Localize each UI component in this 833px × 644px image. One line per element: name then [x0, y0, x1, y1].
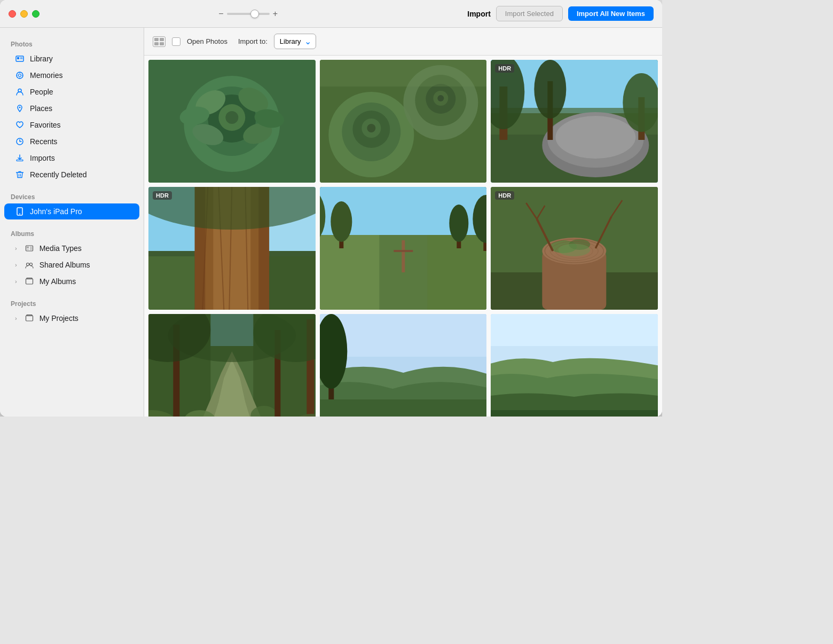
library-select-text: Library	[280, 37, 301, 45]
expand-projects-icon: ›	[15, 315, 17, 321]
open-photos-checkbox[interactable]	[172, 37, 180, 46]
svg-rect-21	[27, 247, 29, 249]
grid-cell	[160, 38, 164, 41]
svg-rect-79	[269, 256, 315, 310]
svg-point-35	[225, 111, 238, 124]
recents-label: Recents	[30, 137, 57, 146]
svg-rect-1	[17, 57, 19, 59]
recents-icon	[15, 137, 25, 146]
photo-item[interactable]	[148, 314, 316, 417]
sidebar-item-media-types[interactable]: › Media Types	[4, 240, 139, 256]
sidebar: Photos Library	[0, 28, 144, 417]
photo-svg	[320, 60, 487, 183]
sidebar-item-imports[interactable]: Imports	[4, 150, 139, 166]
maximize-button[interactable]	[32, 10, 40, 18]
photos-section-label: Photos	[0, 36, 144, 50]
svg-point-102	[559, 244, 591, 256]
favorites-label: Favorites	[30, 121, 61, 129]
sidebar-item-recents[interactable]: Recents	[4, 133, 139, 150]
device-label: John's iPad Pro	[30, 207, 82, 216]
svg-rect-134	[491, 314, 658, 346]
main-area: Photos Library	[0, 28, 662, 417]
photo-svg	[148, 187, 316, 310]
svg-rect-13	[17, 160, 23, 161]
my-projects-icon	[25, 313, 34, 323]
svg-point-11	[19, 107, 21, 108]
library-icon	[15, 54, 25, 64]
photo-item[interactable]	[320, 314, 487, 417]
media-types-label: Media Types	[40, 244, 82, 253]
zoom-plus-button[interactable]: +	[273, 10, 278, 18]
people-icon	[15, 87, 25, 97]
devices-section-label: Devices	[0, 189, 144, 203]
svg-point-59	[556, 116, 636, 159]
favorites-icon	[15, 120, 25, 130]
svg-rect-94	[394, 250, 413, 252]
places-label: Places	[30, 104, 52, 113]
imports-label: Imports	[30, 154, 55, 162]
content-toolbar: Open Photos Import to: Library ⌄	[144, 28, 662, 56]
svg-rect-131	[320, 399, 487, 417]
memories-icon	[15, 70, 25, 80]
sidebar-item-library[interactable]: Library	[4, 51, 139, 67]
sidebar-item-favorites[interactable]: Favorites	[4, 117, 139, 133]
photo-svg	[148, 60, 316, 183]
my-projects-label: My Projects	[40, 314, 78, 323]
minimize-button[interactable]	[20, 10, 28, 18]
svg-point-90	[331, 201, 352, 242]
sidebar-item-people[interactable]: People	[4, 84, 139, 100]
sidebar-item-my-albums[interactable]: › My Albums	[4, 273, 139, 289]
import-all-button[interactable]: Import All New Items	[568, 6, 654, 21]
sidebar-item-shared-albums[interactable]: › Shared Albums	[4, 257, 139, 273]
sidebar-item-places[interactable]: Places	[4, 100, 139, 116]
places-icon	[15, 104, 25, 113]
zoom-controls: − +	[218, 10, 278, 18]
svg-point-19	[19, 214, 20, 215]
photo-item[interactable]	[491, 314, 658, 417]
svg-rect-23	[30, 247, 32, 250]
photo-item[interactable]: HDR	[491, 60, 658, 183]
recently-deleted-label: Recently Deleted	[30, 170, 87, 179]
titlebar: − + Import Import Selected Import All Ne…	[0, 0, 662, 28]
hdr-badge: HDR	[495, 191, 514, 200]
svg-rect-22	[27, 249, 29, 250]
media-types-icon	[25, 244, 34, 253]
chevron-down-icon: ⌄	[304, 36, 311, 46]
zoom-minus-button[interactable]: −	[218, 10, 223, 18]
sidebar-item-recently-deleted[interactable]: Recently Deleted	[4, 167, 139, 183]
photo-item[interactable]: HDR	[148, 187, 316, 310]
traffic-lights	[9, 10, 40, 18]
svg-rect-135	[491, 410, 658, 417]
shared-albums-icon	[25, 260, 34, 270]
sidebar-item-ipad[interactable]: John's iPad Pro	[4, 203, 139, 219]
imports-icon	[15, 153, 25, 163]
svg-point-47	[367, 124, 375, 132]
hdr-badge: HDR	[153, 191, 172, 200]
grid-cell	[160, 42, 164, 45]
import-selected-button[interactable]: Import Selected	[496, 6, 563, 21]
grid-view-button[interactable]	[153, 36, 166, 47]
sidebar-item-memories[interactable]: Memories	[4, 67, 139, 83]
svg-point-52	[437, 95, 444, 101]
shared-albums-label: Shared Albums	[40, 261, 90, 269]
zoom-thumb	[250, 10, 259, 18]
photo-item[interactable]	[320, 187, 487, 310]
memories-label: Memories	[30, 71, 62, 80]
svg-rect-78	[148, 256, 194, 310]
zoom-slider[interactable]	[227, 13, 270, 15]
recently-deleted-icon	[15, 170, 25, 179]
projects-section-label: Projects	[0, 296, 144, 310]
toolbar-right: Import Import Selected Import All New It…	[457, 6, 654, 21]
close-button[interactable]	[9, 10, 16, 18]
photo-item[interactable]	[320, 60, 487, 183]
my-albums-label: My Albums	[40, 277, 76, 286]
photo-item[interactable]: HDR	[491, 187, 658, 310]
library-select-dropdown[interactable]: Library ⌄	[274, 34, 316, 49]
photo-svg	[491, 314, 658, 417]
svg-rect-53	[320, 60, 487, 87]
sidebar-item-my-projects[interactable]: › My Projects	[4, 310, 139, 326]
photo-item[interactable]	[148, 60, 316, 183]
import-to-label: Import to:	[238, 37, 268, 45]
ipad-icon	[15, 207, 25, 216]
svg-point-24	[26, 263, 29, 266]
